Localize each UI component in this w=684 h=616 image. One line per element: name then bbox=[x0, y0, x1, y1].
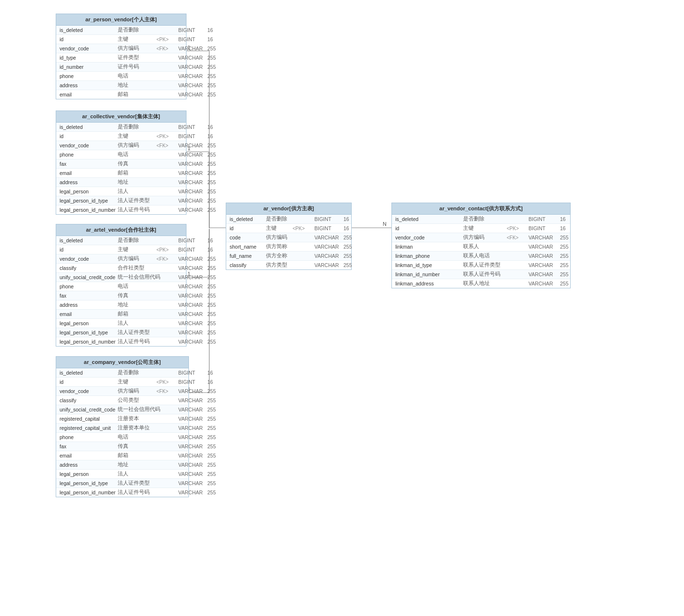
table-row: legal_person法人VARCHAR255 bbox=[56, 187, 186, 196]
field-name: unify_social_credit_code bbox=[58, 406, 116, 413]
table-artel-vendor: ar_artel_vendor[合作社主体] is_deleted是否删除BIG… bbox=[56, 224, 187, 347]
table-collective-vendor-header: ar_collective_vendor[集体主体] bbox=[56, 111, 186, 123]
field-fk bbox=[155, 191, 177, 192]
field-name: registered_capital bbox=[58, 415, 116, 422]
table-row: id_number证件号码VARCHAR255 bbox=[56, 63, 186, 72]
field-name: registered_capital_unit bbox=[58, 425, 116, 431]
table-row: id主键<PK>BIGINT16 bbox=[226, 224, 351, 233]
field-cn: 法人证件号码 bbox=[116, 206, 155, 214]
field-name: email bbox=[58, 452, 116, 459]
field-name: code bbox=[228, 234, 264, 241]
field-fk bbox=[155, 314, 177, 315]
field-fk bbox=[155, 295, 177, 296]
field-size: 16 bbox=[206, 27, 220, 33]
field-size: 255 bbox=[206, 206, 220, 213]
field-fk bbox=[505, 246, 527, 247]
table-row: phone电话VARCHAR255 bbox=[56, 72, 186, 81]
field-name: email bbox=[58, 311, 116, 317]
field-size: 255 bbox=[206, 388, 220, 395]
field-name: legal_person_id_number bbox=[58, 489, 116, 496]
field-fk: <PK> bbox=[155, 379, 177, 385]
table-row: phone电话VARCHAR255 bbox=[56, 433, 188, 442]
table-row: linkman_address联系人地址VARCHAR255 bbox=[392, 279, 570, 288]
field-fk bbox=[155, 323, 177, 324]
field-cn: 地址 bbox=[116, 461, 155, 469]
field-size: 255 bbox=[206, 311, 220, 317]
table-row: code供方编码VARCHAR255 bbox=[226, 233, 351, 242]
field-size: 16 bbox=[206, 369, 220, 376]
field-type: VARCHAR bbox=[527, 253, 559, 259]
field-cn: 是否删除 bbox=[264, 215, 291, 223]
field-fk bbox=[155, 76, 177, 77]
table-row: unify_social_credit_code统一社会信用代码VARCHAR2… bbox=[56, 273, 186, 282]
field-type: VARCHAR bbox=[177, 461, 206, 468]
field-size: 255 bbox=[206, 471, 220, 477]
field-size: 255 bbox=[206, 283, 220, 290]
field-name: short_name bbox=[228, 243, 264, 250]
field-size: 16 bbox=[559, 225, 573, 232]
field-type: VARCHAR bbox=[177, 480, 206, 487]
table-row: email邮箱VARCHAR255 bbox=[56, 310, 186, 319]
field-fk bbox=[155, 163, 177, 164]
field-type: VARCHAR bbox=[313, 253, 342, 259]
field-cn: 法人证件类型 bbox=[116, 197, 155, 205]
field-fk bbox=[155, 268, 177, 269]
field-type: VARCHAR bbox=[177, 425, 206, 431]
field-fk bbox=[155, 400, 177, 401]
table-row: email邮箱VARCHAR255 bbox=[56, 169, 186, 178]
field-fk bbox=[155, 372, 177, 373]
field-type: BIGINT bbox=[177, 36, 206, 43]
field-size: 16 bbox=[342, 225, 357, 232]
field-fk bbox=[155, 341, 177, 342]
field-cn: 电话 bbox=[116, 151, 155, 158]
table-artel-vendor-header: ar_artel_vendor[合作社主体] bbox=[56, 224, 186, 236]
field-name: id bbox=[228, 225, 264, 232]
field-fk bbox=[155, 464, 177, 465]
field-fk bbox=[155, 240, 177, 241]
field-size: 255 bbox=[206, 160, 220, 167]
field-cn: 供方编码 bbox=[116, 142, 155, 149]
table-row: classify公司类型VARCHAR255 bbox=[56, 396, 188, 405]
field-fk: <FK> bbox=[155, 142, 177, 149]
field-type: VARCHAR bbox=[313, 262, 342, 269]
table-vendor: ar_vendor[供方主表] is_deleted是否删除BIGINT16id… bbox=[226, 203, 352, 270]
field-size: 255 bbox=[559, 262, 573, 269]
field-size: 255 bbox=[342, 243, 357, 250]
field-cn: 传真 bbox=[116, 160, 155, 168]
table-vendor-contact: ar_vendor_contact[供方联系方式] is_deleted是否删除… bbox=[391, 203, 571, 288]
table-company-vendor-body: is_deleted是否删除BIGINT16id主键<PK>BIGINT16ve… bbox=[56, 368, 188, 497]
field-cn: 电话 bbox=[116, 283, 155, 290]
field-cn: 联系人证件类型 bbox=[462, 261, 505, 269]
field-fk bbox=[155, 483, 177, 484]
field-cn: 传真 bbox=[116, 442, 155, 450]
field-cn: 供方编码 bbox=[116, 45, 155, 52]
field-cn: 地址 bbox=[116, 178, 155, 186]
field-fk bbox=[155, 286, 177, 287]
field-size: 255 bbox=[206, 188, 220, 195]
field-fk bbox=[291, 237, 313, 238]
field-type: BIGINT bbox=[177, 237, 206, 244]
field-type: VARCHAR bbox=[177, 206, 206, 213]
field-fk bbox=[291, 265, 313, 266]
field-type: BIGINT bbox=[177, 369, 206, 376]
table-row: legal_person法人VARCHAR255 bbox=[56, 319, 186, 328]
field-cn: 邮箱 bbox=[116, 91, 155, 98]
field-fk: <FK> bbox=[505, 235, 527, 241]
field-type: VARCHAR bbox=[177, 73, 206, 79]
field-size: 255 bbox=[206, 265, 220, 271]
field-size: 255 bbox=[342, 234, 357, 241]
field-size: 16 bbox=[206, 246, 220, 253]
field-type: BIGINT bbox=[177, 379, 206, 385]
field-fk: <PK> bbox=[505, 225, 527, 232]
field-size: 255 bbox=[206, 406, 220, 413]
field-name: phone bbox=[58, 283, 116, 290]
table-row: registered_capital注册资本VARCHAR255 bbox=[56, 414, 188, 424]
field-type: VARCHAR bbox=[177, 434, 206, 441]
table-row: linkman_id_type联系人证件类型VARCHAR255 bbox=[392, 261, 570, 270]
table-row: linkman_id_number联系人证件号码VARCHAR255 bbox=[392, 270, 570, 279]
field-type: VARCHAR bbox=[177, 311, 206, 317]
field-fk bbox=[155, 200, 177, 201]
field-fk bbox=[155, 209, 177, 210]
field-fk: <FK> bbox=[155, 256, 177, 262]
field-type: VARCHAR bbox=[177, 301, 206, 308]
